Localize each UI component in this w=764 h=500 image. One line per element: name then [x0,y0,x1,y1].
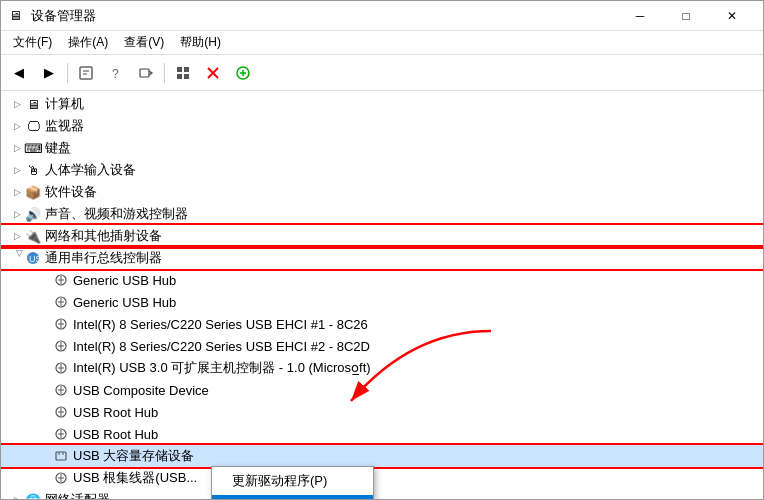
svg-rect-4 [140,69,149,77]
expander-wangluoother[interactable]: ▷ [9,228,25,244]
label-generic-hub-1: Generic USB Hub [73,273,176,288]
label-usb-root-hub-1: USB Root Hub [73,405,158,420]
title-bar-left: 🖥 设备管理器 [9,7,96,25]
svg-rect-0 [80,67,92,79]
label-intel-ehci-2: Intel(R) 8 Series/C220 Series USB EHCI #… [73,339,370,354]
scan-icon [138,65,154,81]
svg-text:USB: USB [29,254,41,264]
window-title: 设备管理器 [31,7,96,25]
expander-ruanjian[interactable]: ▷ [9,184,25,200]
add-icon [235,65,251,81]
label-renti: 人体学输入设备 [45,161,136,179]
expander-jianyiqi[interactable]: ▷ [9,118,25,134]
tree-item-ruanjian[interactable]: ▷ 📦 软件设备 [1,181,763,203]
network-other-icon: 🔌 [25,228,41,244]
expander-shengyin[interactable]: ▷ [9,206,25,222]
expander-generic-hub-2 [37,294,53,310]
keyboard-icon: ⌨ [25,140,41,156]
label-usb-root-hub-3: USB 根集线器(USB... [73,469,197,487]
label-ruanjian: 软件设备 [45,183,97,201]
device-manager-window: 🖥 设备管理器 ─ □ ✕ 文件(F) 操作(A) 查看(V) 帮助(H) ◀ … [0,0,764,500]
expander-usb-root-hub-1 [37,404,53,420]
tree-item-generic-hub-2[interactable]: Generic USB Hub [1,291,763,313]
expander-intel-ehci-1 [37,316,53,332]
title-bar: 🖥 设备管理器 ─ □ ✕ [1,1,763,31]
label-usb-mass-storage: USB 大容量存储设备 [73,447,194,465]
svg-rect-8 [184,74,189,79]
tree-item-intel-ehci-1[interactable]: Intel(R) 8 Series/C220 Series USB EHCI #… [1,313,763,335]
usb-storage-icon [53,448,69,464]
tree-item-usb-mass-storage[interactable]: USB 大容量存储设备 [1,445,763,467]
label-wangluoother: 网络和其他插射设备 [45,227,162,245]
close-button[interactable]: ✕ [709,1,755,31]
label-generic-hub-2: Generic USB Hub [73,295,176,310]
toolbar-back[interactable]: ◀ [5,59,33,87]
label-usb-root-hub-2: USB Root Hub [73,427,158,442]
tree-item-wangluo[interactable]: ▷ 🌐 网络适配器 [1,489,763,499]
expander-renti[interactable]: ▷ [9,162,25,178]
svg-rect-7 [177,74,182,79]
usb-small-icon-9 [53,470,69,486]
software-icon: 📦 [25,184,41,200]
label-jianyiqi: 监视器 [45,117,84,135]
menu-file[interactable]: 文件(F) [5,32,60,53]
menu-action[interactable]: 操作(A) [60,32,116,53]
usb-group-icon: USB [25,250,41,266]
tree-item-jianyiqi[interactable]: ▷ 🖵 监视器 [1,115,763,137]
toolbar-add[interactable] [229,59,257,87]
svg-text:?: ? [112,67,119,81]
display-type-icon [175,65,191,81]
expander-generic-hub-1 [37,272,53,288]
usb-small-icon-7 [53,404,69,420]
tree-item-intel-usb3[interactable]: Intel(R) USB 3.0 可扩展主机控制器 - 1.0 (Microsо… [1,357,763,379]
context-menu: 更新驱动程序(P) 启用设备(E) 卸载设备(U) 扫描检测硬件改动(A) [211,466,374,499]
usb-small-icon-6 [53,382,69,398]
toolbar-scan[interactable] [132,59,160,87]
svg-rect-6 [184,67,189,72]
tree-item-usb-composite[interactable]: USB Composite Device [1,379,763,401]
label-usb-composite: USB Composite Device [73,383,209,398]
expander-usb-controller-group[interactable]: ▷ [9,250,25,266]
toolbar-sep-2 [164,63,165,83]
usb-small-icon-8 [53,426,69,442]
toolbar-properties[interactable] [72,59,100,87]
usb-small-icon-2 [53,294,69,310]
tree-item-renti[interactable]: ▷ 🖱 人体学输入设备 [1,159,763,181]
title-bar-controls: ─ □ ✕ [617,1,755,31]
tree-item-generic-hub-1[interactable]: Generic USB Hub [1,269,763,291]
maximize-button[interactable]: □ [663,1,709,31]
tree-item-intel-ehci-2[interactable]: Intel(R) 8 Series/C220 Series USB EHCI #… [1,335,763,357]
svg-rect-5 [177,67,182,72]
properties-icon [78,65,94,81]
usb-small-icon-3 [53,316,69,332]
tree-item-usb-root-hub-2[interactable]: USB Root Hub [1,423,763,445]
device-tree: ▷ 🖥 计算机 ▷ 🖵 监视器 ▷ ⌨ 键盘 ▷ [1,91,763,499]
context-menu-enable-device[interactable]: 启用设备(E) [212,495,373,499]
toolbar-display-type[interactable] [169,59,197,87]
toolbar: ◀ ▶ ? [1,55,763,91]
menu-help[interactable]: 帮助(H) [172,32,229,53]
minimize-button[interactable]: ─ [617,1,663,31]
label-jisuanji: 计算机 [45,95,84,113]
context-menu-update-driver[interactable]: 更新驱动程序(P) [212,467,373,495]
tree-item-usb-root-hub-1[interactable]: USB Root Hub [1,401,763,423]
menu-view[interactable]: 查看(V) [116,32,172,53]
sound-icon: 🔊 [25,206,41,222]
tree-item-shengyin[interactable]: ▷ 🔊 声音、视频和游戏控制器 [1,203,763,225]
window-icon: 🖥 [9,8,25,24]
tree-item-usb-root-hub-3[interactable]: USB 根集线器(USB... [1,467,763,489]
expander-wangluo[interactable]: ▷ [9,492,25,499]
expander-intel-usb3 [37,360,53,376]
tree-item-wangluoother[interactable]: ▷ 🔌 网络和其他插射设备 [1,225,763,247]
help-icon: ? [108,65,124,81]
expander-usb-root-hub-3 [37,470,53,486]
label-intel-usb3: Intel(R) USB 3.0 可扩展主机控制器 - 1.0 (Microsо… [73,359,371,377]
tree-item-jisuanji[interactable]: ▷ 🖥 计算机 [1,93,763,115]
toolbar-forward[interactable]: ▶ [35,59,63,87]
toolbar-remove[interactable] [199,59,227,87]
toolbar-sep-1 [67,63,68,83]
expander-jisuanji[interactable]: ▷ [9,96,25,112]
tree-item-usb-controller-group[interactable]: ▷ USB 通用串行总线控制器 [1,247,763,269]
toolbar-help[interactable]: ? [102,59,130,87]
tree-item-jianpan[interactable]: ▷ ⌨ 键盘 [1,137,763,159]
